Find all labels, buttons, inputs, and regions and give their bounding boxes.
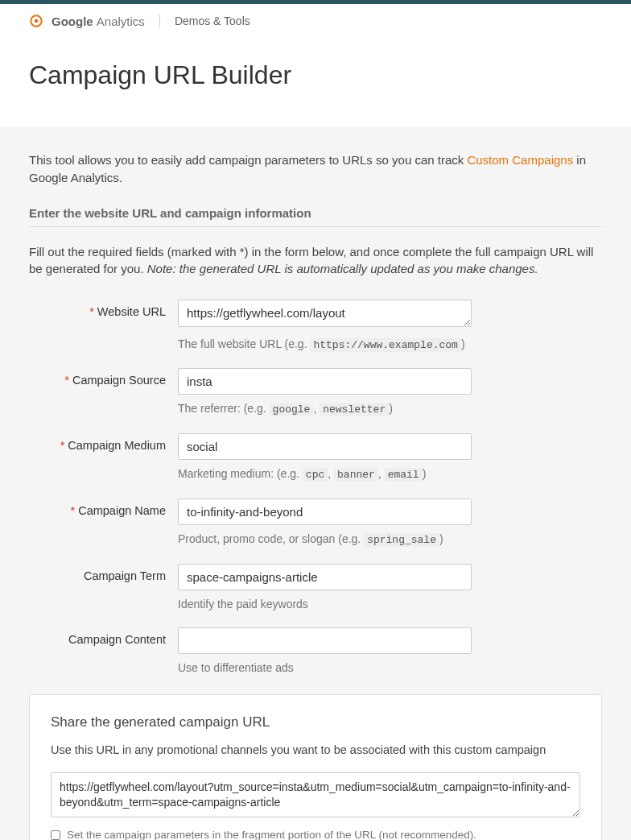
- row-campaign-name: *Campaign Name Product, promo code, or s…: [29, 499, 602, 548]
- svg-point-1: [35, 19, 39, 23]
- row-campaign-medium: *Campaign Medium Marketing medium: (e.g.…: [29, 433, 602, 482]
- intro-text: This tool allows you to easily add campa…: [29, 151, 602, 187]
- custom-campaigns-link[interactable]: Custom Campaigns: [467, 153, 573, 167]
- label-campaign-content: Campaign Content: [29, 627, 178, 646]
- campaign-source-input[interactable]: [178, 368, 472, 395]
- website-url-input[interactable]: https://getflywheel.com/layout: [178, 300, 472, 327]
- campaign-name-input[interactable]: [178, 499, 472, 525]
- label-website-url: *Website URL: [29, 300, 178, 318]
- output-box: Share the generated campaign URL Use thi…: [29, 694, 602, 840]
- hint-campaign-source: The referrer: (e.g. google, newsletter): [178, 401, 472, 417]
- brand-strong: Google: [52, 14, 93, 28]
- header: Google Analytics Demos & Tools: [0, 4, 631, 38]
- output-desc: Use this URL in any promotional channels…: [51, 743, 580, 756]
- required-marker: *: [60, 439, 65, 452]
- header-divider: [159, 14, 160, 27]
- row-campaign-source: *Campaign Source The referrer: (e.g. goo…: [29, 368, 602, 417]
- fragment-checkbox[interactable]: [51, 830, 60, 840]
- row-campaign-content: Campaign Content Use to differentiate ad…: [29, 627, 602, 675]
- label-campaign-medium: *Campaign Medium: [29, 433, 178, 452]
- instructions-note: Note: the generated URL is automatically…: [147, 262, 538, 275]
- generated-url-output[interactable]: https://getflywheel.com/layout?utm_sourc…: [51, 772, 580, 817]
- required-marker: *: [64, 374, 69, 387]
- label-campaign-term: Campaign Term: [29, 564, 178, 582]
- fragment-checkbox-label: Set the campaign parameters in the fragm…: [67, 829, 476, 840]
- required-marker: *: [89, 305, 94, 318]
- brand-thin: Analytics: [97, 14, 145, 28]
- hint-campaign-content: Use to differentiate ads: [178, 660, 472, 675]
- required-marker: *: [71, 504, 76, 517]
- row-website-url: *Website URL https://getflywheel.com/lay…: [29, 300, 602, 353]
- campaign-content-input[interactable]: [178, 627, 472, 654]
- main-content: This tool allows you to easily add campa…: [0, 127, 631, 840]
- analytics-logo-icon: [29, 14, 43, 28]
- row-campaign-term: Campaign Term Identify the paid keywords: [29, 564, 602, 611]
- subbrand: Demos & Tools: [175, 14, 250, 27]
- intro-before: This tool allows you to easily add campa…: [29, 153, 467, 167]
- hint-campaign-term: Identify the paid keywords: [178, 597, 472, 611]
- brand-text: Google Analytics: [52, 14, 145, 28]
- hint-campaign-medium: Marketing medium: (e.g. cpc, banner, ema…: [178, 466, 472, 482]
- hint-website-url: The full website URL (e.g. https://www.e…: [178, 337, 472, 353]
- label-campaign-source: *Campaign Source: [29, 368, 178, 387]
- instructions: Fill out the required fields (marked wit…: [29, 243, 602, 277]
- hint-campaign-name: Product, promo code, or slogan (e.g. spr…: [178, 532, 472, 548]
- page-title: Campaign URL Builder: [29, 60, 602, 90]
- section-heading: Enter the website URL and campaign infor…: [29, 206, 602, 227]
- fragment-checkbox-row[interactable]: Set the campaign parameters in the fragm…: [51, 829, 580, 840]
- campaign-term-input[interactable]: [178, 564, 472, 590]
- title-section: Campaign URL Builder: [0, 38, 631, 127]
- campaign-medium-input[interactable]: [178, 433, 472, 460]
- label-campaign-name: *Campaign Name: [29, 499, 178, 517]
- output-title: Share the generated campaign URL: [51, 714, 580, 730]
